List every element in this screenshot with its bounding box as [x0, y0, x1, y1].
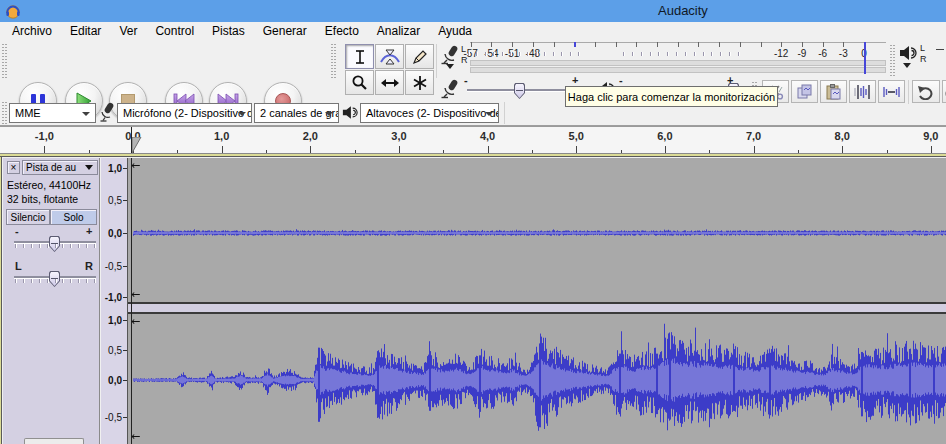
recording-device-value: Micrófono (2- Dispositivo de H: [123, 107, 252, 119]
meter-scale-tick: [491, 42, 492, 47]
window-title: Audacity: [658, 3, 708, 18]
slider-tick: [570, 52, 571, 56]
waveform-channel-1[interactable]: [128, 158, 946, 302]
menu-analizar[interactable]: Analizar: [368, 23, 429, 39]
slider-tick: [623, 52, 624, 56]
menu-control[interactable]: Control: [146, 23, 203, 39]
slider-tick: [70, 244, 71, 248]
slider-tick: [55, 244, 56, 248]
slider-tick: [86, 279, 87, 283]
device-toolbar-grabber[interactable]: [2, 102, 8, 124]
undo-icon: [917, 84, 935, 100]
slider-tick: [632, 52, 633, 56]
slider-tick: [70, 279, 71, 283]
speaker-dropdown-arrow-icon[interactable]: [903, 63, 911, 68]
track-format-line1: Estéreo, 44100Hz: [7, 179, 91, 191]
track-mute-button[interactable]: Silencio: [6, 209, 50, 225]
slider-tick: [694, 52, 695, 56]
redo-button[interactable]: [942, 80, 946, 103]
track-cursor-line: [131, 158, 132, 444]
channel-separator-gap: [128, 304, 946, 312]
slider-tick: [519, 52, 520, 56]
timeline-label: 7,0: [746, 130, 761, 142]
track-collapse-button[interactable]: [24, 438, 84, 444]
slider-tick: [685, 52, 686, 56]
copy-button[interactable]: [791, 80, 818, 103]
undo-button[interactable]: [912, 80, 940, 103]
vruler-label: -0,5: [105, 261, 122, 272]
chevron-down-icon: [485, 112, 493, 116]
playback-meter-speaker-icon[interactable]: [899, 45, 917, 61]
silence-button[interactable]: [878, 80, 905, 103]
slider-tick: [23, 244, 24, 248]
timeline-major-tick: [842, 146, 843, 153]
slider-tick: [62, 279, 63, 283]
toolbar-separator: [908, 80, 910, 104]
copy-icon: [796, 84, 813, 100]
menu-efecto[interactable]: Efecto: [316, 23, 368, 39]
slider-tick: [650, 52, 651, 56]
slider-tick: [510, 52, 511, 56]
timeline-cursor: [131, 127, 132, 153]
recording-device-select[interactable]: Micrófono (2- Dispositivo de H: [117, 103, 252, 123]
meter-scale-tick: [616, 42, 617, 47]
playback-meter-right-label: R: [920, 55, 927, 64]
playback-device-select[interactable]: Altavoces (2- Dispositivo de Hi: [360, 103, 499, 123]
ruler-bottom-border: [0, 153, 946, 157]
paste-icon: [825, 84, 842, 100]
track-vertical-ruler[interactable]: 1,00,50,0-0,5-1,01,00,50,0-0,5: [101, 158, 128, 444]
input-volume-slider-thumb[interactable]: [514, 83, 525, 99]
vruler-tick: [123, 266, 127, 267]
vruler-label: 1,0: [108, 315, 122, 326]
timeline-major-tick: [222, 146, 223, 153]
menu-ver[interactable]: Ver: [110, 23, 146, 39]
waveform-channel-2[interactable]: [128, 314, 946, 444]
slider-tick: [553, 52, 554, 56]
paste-button[interactable]: [820, 80, 847, 103]
slider-tick: [703, 52, 704, 56]
trim-outside-icon: [853, 84, 872, 100]
audacity-logo-icon: [5, 3, 21, 19]
output-volume-min-label: -: [619, 75, 623, 85]
meter-scale-number: -12: [774, 48, 788, 59]
meter-scale-tick: [657, 42, 658, 47]
slider-tick: [39, 279, 40, 283]
timeline-label: 6,0: [657, 130, 672, 142]
monitoring-tooltip: Haga clic para comenzar la monitorizació…: [565, 86, 778, 107]
meter-scale-tick: [843, 42, 844, 47]
menu-editar[interactable]: Editar: [61, 23, 110, 39]
timeline-major-tick: [665, 146, 666, 153]
meter-scale-number: -54: [484, 48, 498, 59]
slider-tick: [15, 244, 16, 248]
meter-peak-line: [864, 42, 866, 74]
record-meter-bar-left: [470, 60, 886, 66]
track-solo-button[interactable]: Solo: [50, 209, 97, 225]
audio-host-select[interactable]: MME: [9, 103, 96, 123]
meter-scale-tick: [823, 42, 824, 47]
slider-tick: [544, 52, 545, 56]
slider-tick: [31, 244, 32, 248]
meter-scale-tick: [636, 42, 637, 47]
playback-meter-left-label: L: [920, 44, 925, 53]
slider-tick: [676, 52, 677, 56]
device-speaker-icon: [342, 105, 358, 120]
menu-bar: ArchivoEditarVerControlPistasGenerarEfec…: [0, 22, 946, 40]
track-title-menu[interactable]: Pista de au: [22, 160, 98, 175]
menu-generar[interactable]: Generar: [254, 23, 316, 39]
clip-edge-arrow-icon: ←: [131, 432, 140, 442]
toolbar-dock: L R -57-54-51-48-12-9-6-30 L R Haga clic…: [0, 40, 946, 126]
timeline-major-tick: [754, 146, 755, 153]
slider-tick: [23, 279, 24, 283]
track-close-button[interactable]: ×: [7, 161, 20, 174]
menu-pistas[interactable]: Pistas: [203, 23, 254, 39]
gain-max-label: +: [86, 226, 92, 236]
playback-meter-grabber[interactable]: [890, 44, 896, 76]
recording-channels-select[interactable]: 2 canales de grab: [254, 103, 339, 123]
slider-tick: [55, 279, 56, 283]
toolbar-separator: [504, 102, 506, 124]
menu-archivo[interactable]: Archivo: [3, 23, 61, 39]
trim-outside-button[interactable]: [849, 80, 876, 103]
title-bar[interactable]: Audacity: [0, 0, 946, 22]
vruler-tick: [123, 200, 127, 201]
menu-ayuda[interactable]: Ayuda: [429, 23, 481, 39]
